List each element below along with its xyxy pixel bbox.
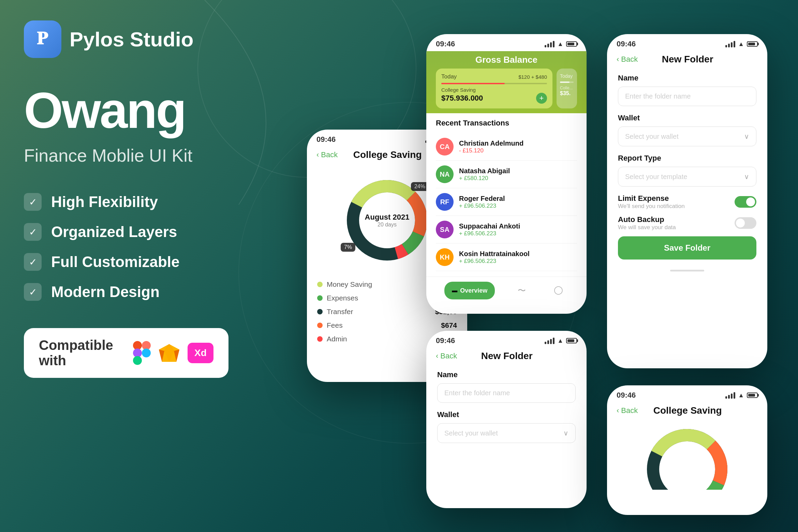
folder-form-p4: Name Enter the folder name Wallet Select…: [607, 70, 767, 263]
auto-backup-row: Auto Backup We will save your data: [618, 215, 756, 231]
nav-title-p5: College Saving: [638, 405, 737, 416]
profile-nav-icon[interactable]: ◯: [548, 282, 568, 299]
tx-amount-rf: + £96.506.223: [459, 203, 577, 209]
legend-label-transfer: Transfer: [327, 308, 353, 316]
donut-container: 24% 7% August 2021 20 days: [339, 173, 435, 268]
bottom-nav-p2: ▬ Overview 〜 ◯: [426, 277, 587, 308]
donut-center-sub: 20 days: [365, 222, 410, 228]
add-button-card1[interactable]: +: [536, 93, 547, 104]
limit-expense-sub: We'll send you notification: [618, 203, 735, 210]
overview-label: Overview: [460, 287, 487, 294]
signal-bars-p3: [545, 338, 555, 344]
feature-label-2: Organized Layers: [51, 223, 177, 240]
features-list: ✓ High Flexibility ✓ Organized Layers ✓ …: [24, 193, 263, 301]
nav-title-p4: New Folder: [638, 54, 737, 65]
donut-partial: [607, 422, 767, 490]
app-subtitle: Finance Moblie UI Kit: [24, 145, 263, 166]
feature-item-2: ✓ Organized Layers: [24, 223, 263, 241]
screens-area: 09:46 ▲ ‹ Back College Saving: [259, 0, 798, 532]
balance-card-1: Today $120 + $480 College Saving $75.936…: [436, 69, 552, 108]
sketch-icon: [158, 343, 181, 363]
tx-amount-kh: + £96.506.223: [459, 258, 577, 265]
status-icons-p5: ▲: [725, 392, 758, 399]
back-label-p3: Back: [440, 352, 457, 360]
wallet-placeholder-p3: Select your wallet: [444, 429, 498, 437]
home-indicator-p4: [607, 263, 767, 275]
signal-bars-p5: [725, 392, 735, 399]
name-input-p4[interactable]: Enter the folder name: [618, 87, 756, 106]
nav-bar-p3: ‹ Back New Folder: [426, 348, 587, 367]
time-p4: 09:46: [617, 40, 636, 48]
card1-name: College Saving: [441, 87, 547, 93]
auto-backup-toggle[interactable]: [735, 217, 756, 229]
feature-label-4: Modern Design: [51, 283, 160, 300]
legend-dot-admin: [317, 336, 323, 342]
app-title: Owang: [24, 85, 263, 136]
card2-amount: $35.: [560, 90, 574, 97]
brand-logo: 𝐏: [24, 20, 61, 58]
back-button-p4[interactable]: ‹ Back: [617, 55, 638, 64]
pct-7-label: 7%: [341, 243, 355, 252]
time-p2: 09:46: [436, 40, 455, 48]
svg-text:𝐏: 𝐏: [37, 29, 48, 48]
avatar-sa: SA: [436, 221, 454, 238]
check-icon-2: ✓: [24, 223, 42, 241]
wallet-select-p4[interactable]: Select your wallet ∨: [618, 127, 756, 146]
report-type-select-p4[interactable]: Select your template ∨: [618, 167, 756, 187]
wallet-label-p3: Wallet: [437, 410, 576, 419]
transaction-kh: KH Kosin Hattratainakool + £96.506.223: [436, 243, 577, 271]
tx-name-na: Natasha Abigail: [459, 167, 577, 175]
legend-fees: Fees $674: [317, 321, 457, 329]
status-icons-p2: ▲: [545, 41, 577, 48]
wallet-placeholder-p4: Select your wallet: [625, 133, 679, 141]
back-button-p1[interactable]: ‹ Back: [316, 150, 338, 159]
card-icon: ▬: [452, 287, 457, 294]
nav-bar-p5: ‹ Back College Saving: [607, 402, 767, 422]
phone-gross-balance: 09:46 ▲ Gross Balance Today $1: [426, 34, 587, 314]
status-icons-p3: ▲: [545, 337, 577, 344]
tx-name-ca: Christian Adelmund: [459, 139, 577, 147]
gross-balance-title: Gross Balance: [436, 55, 577, 69]
wifi-p2: ▲: [557, 41, 563, 48]
tool-icons: Xd: [133, 341, 213, 365]
wallet-label-p4: Wallet: [618, 114, 756, 122]
legend-label-fees: Fees: [327, 321, 343, 329]
avatar-kh: KH: [436, 248, 454, 266]
legend-label-expenses: Expenses: [327, 294, 358, 302]
svg-rect-7: [133, 356, 142, 365]
back-button-p5[interactable]: ‹ Back: [617, 406, 638, 415]
svg-point-21: [653, 435, 721, 490]
wallet-select-p3[interactable]: Select your wallet ∨: [437, 423, 576, 443]
name-label-p4: Name: [618, 74, 756, 83]
avatar-na: NA: [436, 165, 454, 183]
battery-p3: [566, 338, 577, 343]
feature-item-3: ✓ Full Customizable: [24, 253, 263, 271]
overview-btn[interactable]: ▬ Overview: [444, 282, 495, 299]
brand-row: 𝐏 Pylos Studio: [24, 20, 263, 58]
report-type-placeholder-p4: Select your template: [625, 173, 687, 181]
phone-new-folder-full: 09:46 ▲ ‹ Back New Folder Name: [607, 34, 767, 368]
compatible-text: Compatible with: [39, 338, 122, 368]
legend-dot-fees: [317, 323, 323, 328]
card1-label: Today: [441, 73, 457, 80]
legend-dot-expenses: [317, 295, 323, 301]
tx-info-sa: Suppacahai Ankoti + £96.506.223: [459, 222, 577, 237]
transactions-section: Recent Transactions CA Christian Adelmun…: [426, 113, 587, 277]
save-folder-button[interactable]: Save Folder: [618, 236, 756, 260]
signal-bars-p2: [545, 41, 555, 47]
chart-nav-icon[interactable]: 〜: [512, 282, 531, 299]
compatible-box: Compatible with Xd: [24, 328, 228, 378]
limit-expense-toggle[interactable]: [735, 196, 756, 208]
name-input-p3[interactable]: Enter the folder name: [437, 383, 576, 403]
xd-icon: Xd: [188, 343, 213, 363]
name-placeholder-p3: Enter the folder name: [444, 389, 510, 397]
time-p5: 09:46: [617, 391, 636, 400]
donut-center-title: August 2021: [365, 213, 410, 222]
svg-point-8: [142, 349, 151, 357]
back-button-p3[interactable]: ‹ Back: [436, 352, 457, 360]
chevron-down-icon-p3: ∨: [563, 429, 568, 437]
transaction-ca: CA Christian Adelmund - £15.120: [436, 133, 577, 161]
nav-bar-p4: ‹ Back New Folder: [607, 51, 767, 70]
figma-icon: [133, 341, 151, 365]
back-label-p1: Back: [321, 150, 338, 159]
